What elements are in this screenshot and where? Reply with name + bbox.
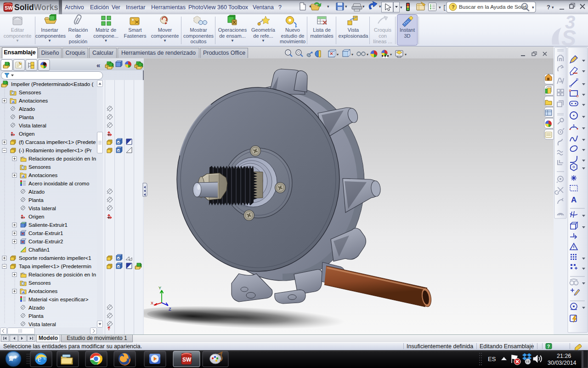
- svg-text:Vista lateral: Vista lateral: [28, 322, 56, 327]
- svg-text:Tapa impeller<1> (Predetermin: Tapa impeller<1> (Predetermin: [19, 264, 91, 269]
- svg-text:▾: ▾: [327, 4, 329, 9]
- svg-text:Vista lateral: Vista lateral: [19, 123, 46, 128]
- svg-text:?: ?: [452, 4, 455, 10]
- svg-text:Acero inoxidable al cromo: Acero inoxidable al cromo: [28, 181, 89, 186]
- svg-text:S: S: [561, 26, 576, 46]
- svg-text:Cortar-Extruir2: Cortar-Extruir2: [28, 239, 63, 244]
- svg-text:▾: ▾: [405, 52, 407, 57]
- svg-text:Anotaciones: Anotaciones: [28, 288, 58, 294]
- svg-text:?: ?: [547, 4, 550, 11]
- svg-text:A: A: [22, 174, 25, 178]
- svg-text:▾: ▾: [400, 5, 402, 10]
- svg-text:Origen: Origen: [28, 214, 45, 219]
- svg-text:▾: ▾: [309, 4, 311, 9]
- svg-text:Anotaciones: Anotaciones: [28, 172, 58, 178]
- svg-text:Buscar en la Ayuda de Solid: Buscar en la Ayuda de Solid: [459, 4, 526, 10]
- svg-text:ES: ES: [488, 356, 496, 362]
- svg-text:Saliente-Extruir1: Saliente-Extruir1: [28, 222, 68, 228]
- svg-text:21:26: 21:26: [557, 353, 571, 359]
- svg-text:▾: ▾: [552, 5, 554, 10]
- svg-text:Planta: Planta: [19, 115, 34, 120]
- svg-text:30/03/2014: 30/03/2014: [548, 360, 577, 366]
- svg-text:▾: ▾: [362, 4, 365, 9]
- svg-text:Alzado: Alzado: [28, 305, 45, 310]
- svg-text:SolidWorks: SolidWorks: [14, 3, 58, 12]
- svg-text:Relaciones de posición en In: Relaciones de posición en In: [28, 156, 96, 161]
- svg-text:Y: Y: [158, 286, 161, 290]
- svg-text:▾: ▾: [367, 52, 368, 57]
- svg-text:Anotaciones: Anotaciones: [19, 98, 48, 104]
- svg-text:SW: SW: [182, 356, 192, 363]
- svg-text:e: e: [38, 354, 41, 363]
- svg-text:?: ?: [547, 344, 550, 349]
- svg-text:Alzado: Alzado: [28, 189, 45, 195]
- svg-text:Sensores: Sensores: [19, 90, 41, 95]
- svg-text:A: A: [22, 290, 25, 294]
- svg-text:Planta: Planta: [28, 197, 44, 203]
- svg-text:Chaflán1: Chaflán1: [28, 247, 50, 253]
- svg-text:A: A: [571, 196, 577, 204]
- svg-text:Sensores: Sensores: [28, 280, 51, 286]
- svg-text:(f) Carcasa impeller<1> (Prede: (f) Carcasa impeller<1> (Predete: [19, 139, 96, 145]
- svg-text:Impeller (Predeterminado<Esta: Impeller (Predeterminado<Estado (: [11, 81, 93, 87]
- svg-text:▾: ▾: [439, 5, 441, 10]
- svg-text:A: A: [12, 100, 15, 104]
- svg-text:Cortar-Extruir1: Cortar-Extruir1: [28, 230, 63, 236]
- svg-text:Origen: Origen: [19, 131, 35, 137]
- svg-text:SW: SW: [5, 5, 13, 11]
- svg-text:▾: ▾: [337, 52, 339, 57]
- svg-text:Soporte rodamiento impeller<1: Soporte rodamiento impeller<1: [19, 255, 91, 261]
- svg-text:▾: ▾: [390, 52, 392, 57]
- svg-text:«: «: [96, 61, 100, 69]
- svg-text:Relaciones de posición en In: Relaciones de posición en In: [28, 272, 96, 277]
- svg-text:▾: ▾: [345, 4, 347, 9]
- svg-text:Vista lateral: Vista lateral: [28, 206, 56, 211]
- svg-text:Alzado: Alzado: [19, 106, 35, 112]
- svg-text:▾: ▾: [379, 4, 381, 9]
- svg-text:▾: ▾: [532, 5, 534, 10]
- svg-text:Sensores: Sensores: [28, 164, 51, 170]
- svg-text:Z: Z: [169, 307, 171, 311]
- svg-text:(-) Rodamiento impeller<1> (Pr: (-) Rodamiento impeller<1> (Pr: [19, 148, 92, 153]
- svg-text:Planta: Planta: [28, 313, 44, 319]
- svg-text:Material <sin especificar>: Material <sin especificar>: [28, 297, 89, 302]
- svg-text:▾: ▾: [351, 52, 353, 57]
- svg-text:X: X: [151, 301, 153, 305]
